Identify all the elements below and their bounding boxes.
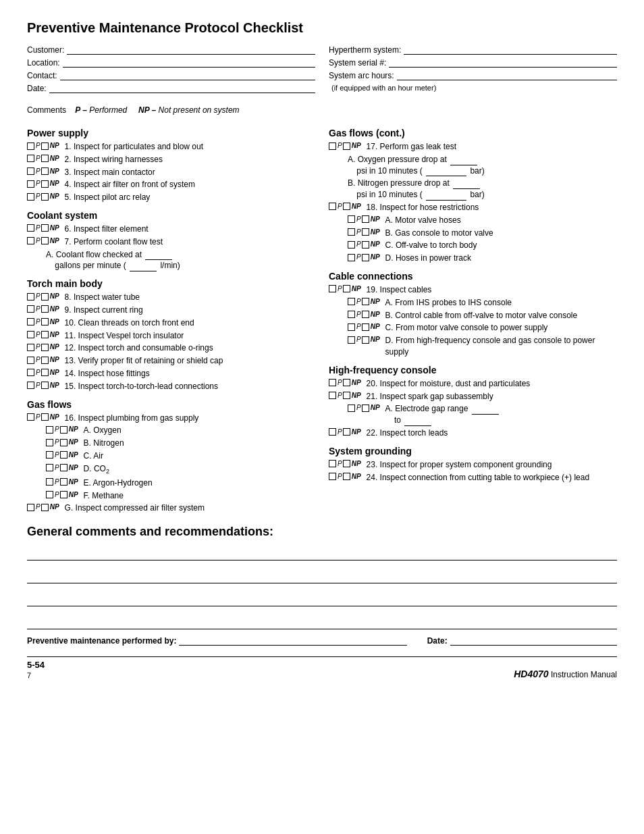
sign-date-line — [450, 636, 617, 646]
arc-hours-line — [397, 71, 617, 80]
right-column: Gas flows (cont.) P NP 17. Perform gas l… — [329, 121, 617, 515]
date-label: Date: — [27, 84, 47, 93]
list-item: P NP B. Control cable from off-valve to … — [348, 310, 617, 321]
list-item: P NP 7. Perform coolant flow test — [27, 236, 315, 248]
list-item: P NP 9. Inspect current ring — [27, 305, 315, 316]
list-item: P NP B. Nitrogen — [46, 438, 315, 449]
comment-line-4 — [27, 613, 617, 629]
checkbox-np — [41, 142, 49, 150]
section-high-freq: High-frequency console — [329, 365, 617, 375]
comment-lines — [27, 544, 617, 629]
footer-page-num: 5-54 — [27, 660, 45, 670]
arc-hours-note: (if equipped with an hour meter) — [331, 84, 617, 92]
list-item: P NP C. Off-valve to torch body — [348, 240, 617, 251]
left-column: Power supply P NP 1. Inspect for particu… — [27, 121, 315, 515]
list-item: A. Coolant flow checked at gallons per m… — [46, 249, 315, 272]
page-title: Preventive Maintenance Protocol Checklis… — [27, 20, 617, 36]
arc-hours-row: System arc hours: — [329, 71, 617, 80]
page-footer: 5-54 7 HD4070 Instruction Manual — [27, 656, 617, 679]
list-item: P NP 14. Inspect hose fittings — [27, 368, 315, 380]
customer-line — [67, 45, 315, 55]
list-item: P NP 11. Inspect Vespel torch insulator — [27, 330, 315, 342]
list-item: B. Nitrogen pressure drop at psi in 10 m… — [348, 178, 617, 201]
serial-label: System serial #: — [329, 58, 386, 68]
list-item: P NP 13. Verify proper fit of retaining … — [27, 355, 315, 367]
section-power-supply: Power supply — [27, 128, 315, 138]
signature-date: Date: — [427, 636, 617, 646]
list-item: P NP B. Gas console to motor valve — [348, 228, 617, 239]
list-item: P NP D. Hoses in power track — [348, 253, 617, 264]
list-item: P NP C. Air — [46, 450, 315, 462]
form-left-col: Customer: Location: Contact: Date: — [27, 45, 315, 97]
section-torch: Torch main body — [27, 278, 315, 289]
list-item: P NP 15. Inspect torch-to-torch-lead con… — [27, 381, 315, 392]
contact-line — [60, 71, 315, 80]
list-item: P NP 21. Inspect spark gap subassembly — [329, 391, 617, 402]
list-item: P NP A. Motor valve hoses — [348, 215, 617, 226]
main-content: Power supply P NP 1. Inspect for particu… — [27, 121, 617, 515]
general-comments-title: General comments and recommendations: — [27, 525, 617, 539]
location-row: Location: — [27, 58, 315, 68]
list-item: P NP 5. Inspect pilot arc relay — [27, 192, 315, 203]
list-item: P NP 18. Inspect for hose restrictions — [329, 202, 617, 213]
list-item: P NP A. From IHS probes to IHS console — [348, 297, 617, 309]
hypertherm-label: Hypertherm system: — [329, 45, 401, 55]
list-item: P NP 19. Inspect cables — [329, 284, 617, 296]
form-fields: Customer: Location: Contact: Date: Hyper… — [27, 45, 617, 97]
list-item: P NP 2. Inspect wiring harnesses — [27, 154, 315, 165]
list-item: P NP 8. Inspect water tube — [27, 292, 315, 303]
section-gas-flows: Gas flows — [27, 399, 315, 410]
page-number: 7 — [27, 671, 45, 679]
form-right-col: Hypertherm system: System serial #: Syst… — [329, 45, 617, 97]
list-item: P NP 17. Perform gas leak test — [329, 141, 617, 153]
list-item: P NP 1. Inspect for particulates and blo… — [27, 141, 315, 153]
section-coolant: Coolant system — [27, 210, 315, 221]
list-item: P NP E. Argon-Hydrogen — [46, 477, 315, 489]
list-item: P NP 23. Inspect for proper system compo… — [329, 459, 617, 471]
contact-label: Contact: — [27, 71, 57, 80]
hypertherm-line — [404, 45, 617, 55]
date-row: Date: — [27, 84, 315, 93]
list-item: P NP G. Inspect compressed air filter sy… — [27, 502, 315, 514]
footer-signature: Preventive maintenance performed by: Dat… — [27, 636, 617, 646]
arc-hours-label: System arc hours: — [329, 71, 394, 80]
comment-line-3 — [27, 590, 617, 606]
signature-left: Preventive maintenance performed by: — [27, 636, 407, 646]
location-label: Location: — [27, 58, 60, 68]
checkbox-p — [27, 142, 34, 150]
comment-line-1 — [27, 544, 617, 561]
list-item: P NP 3. Inspect main contactor — [27, 167, 315, 178]
section-gas-flows-cont: Gas flows (cont.) — [329, 128, 617, 138]
list-item: P NP 6. Inspect filter element — [27, 224, 315, 235]
comments-header: Comments P – Performed NP – Not present … — [27, 103, 617, 115]
customer-row: Customer: — [27, 45, 315, 55]
list-item: P NP 4. Inspect air filter on front of s… — [27, 179, 315, 190]
list-item: P NP 24. Inspect connection from cutting… — [329, 472, 617, 484]
list-item: P NP D. CO2 — [46, 463, 315, 476]
section-grounding: System grounding — [329, 446, 617, 457]
list-item: P NP C. From motor valve console to powe… — [348, 322, 617, 334]
list-item: P NP 16. Inspect plumbing from gas suppl… — [27, 413, 315, 424]
sign-label: Preventive maintenance performed by: — [27, 636, 176, 646]
date-line — [49, 84, 315, 93]
location-line — [63, 58, 315, 68]
list-item: P NP 22. Inspect torch leads — [329, 427, 617, 439]
footer-manual: HD4070 Instruction Manual — [514, 669, 617, 679]
np-label: NP – Not present on system — [138, 105, 240, 115]
list-item: P NP A. Oxygen — [46, 425, 315, 436]
list-item: P NP 10. Clean threads on torch front en… — [27, 317, 315, 329]
list-item: P NP 12. Inspect torch and consumable o-… — [27, 342, 315, 354]
hypertherm-row: Hypertherm system: — [329, 45, 617, 55]
p-performed-label: P – Performed — [75, 105, 127, 115]
list-item: P NP D. From high-frequency console and … — [348, 335, 617, 358]
sign-line — [179, 636, 406, 646]
list-item: P NP F. Methane — [46, 490, 315, 502]
section-cable: Cable connections — [329, 271, 617, 282]
sign-date-label: Date: — [427, 636, 448, 646]
list-item: A. Oxygen pressure drop at psi in 10 min… — [348, 154, 617, 177]
customer-label: Customer: — [27, 45, 64, 55]
general-comments-section: General comments and recommendations: — [27, 525, 617, 629]
serial-row: System serial #: — [329, 58, 617, 68]
list-item: P NP A. Electrode gap range to — [348, 403, 617, 426]
list-item: P NP 20. Inspect for moisture, dust and … — [329, 378, 617, 390]
